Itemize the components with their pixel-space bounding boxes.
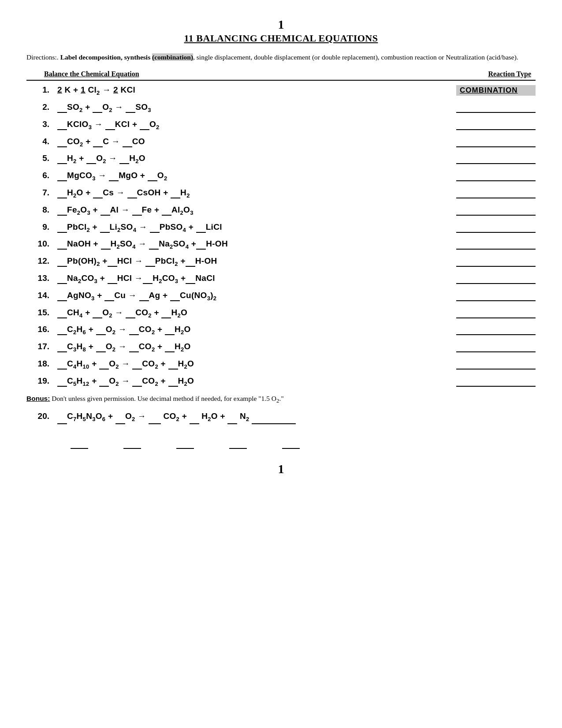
- bonus-blanks-row: [26, 431, 536, 449]
- eq-answer-5: [456, 153, 536, 164]
- eq-answer-13: [456, 273, 536, 284]
- eq-answer-3: [456, 119, 536, 130]
- equation-row-9: 9. PbCl2 + Li2SO4 → PbSO4 + LiCl: [26, 222, 536, 233]
- eq-formula-17: C3H8 + O2 → CO2 + H2O: [57, 342, 447, 353]
- eq-answer-17: [456, 342, 536, 352]
- equation-row-7: 7. H2O + Cs → CsOH + H2: [26, 188, 536, 199]
- equation-row-13: 13. Na2CO3 + HCl → H2CO3 + NaCl: [26, 273, 536, 284]
- eq-answer-8: [456, 205, 536, 216]
- eq-formula-2: SO2 + O2 → SO3: [57, 102, 447, 113]
- equation-row-17: 17. C3H8 + O2 → CO2 + H2O: [26, 342, 536, 353]
- eq-num-6: 6.: [26, 171, 49, 180]
- directions: Directions:. Label decomposition, synthe…: [26, 52, 536, 62]
- col-equation-header: Balance the Chemical Equation: [44, 70, 139, 78]
- eq-num-7: 7.: [26, 188, 49, 198]
- eq-num-8: 8.: [26, 205, 49, 215]
- eq-answer-19: [456, 376, 536, 387]
- eq-formula-15: CH4 + O2 → CO2 + H2O: [57, 308, 447, 319]
- eq-formula-8: Fe2O3 + Al → Fe + Al2O3: [57, 205, 447, 216]
- equation-row-5: 5. H2 + O2 → H2O: [26, 153, 536, 164]
- col-reaction-header: Reaction Type: [488, 70, 531, 78]
- equation-row-12: 12. Pb(OH)2 + HCl → PbCl2 + H-OH: [26, 256, 536, 267]
- eq-formula-3: KClO3 → KCl + O2: [57, 119, 447, 131]
- equation-row-1: 1. 2 K + 1 Cl2 → 2 KCl COMBINATION: [26, 85, 536, 96]
- eq-num-13: 13.: [26, 273, 49, 283]
- equation-row-2: 2. SO2 + O2 → SO3: [26, 102, 536, 113]
- eq-answer-7: [456, 188, 536, 198]
- eq-num-14: 14.: [26, 291, 49, 300]
- eq-answer-6: [456, 171, 536, 181]
- equation-row-16: 16. C2H6 + O2 → CO2 + H2O: [26, 325, 536, 336]
- eq-num-5: 5.: [26, 153, 49, 163]
- equation-row-3: 3. KClO3 → KCl + O2: [26, 119, 536, 131]
- eq-answer-4: [456, 137, 536, 147]
- eq-num-12: 12.: [26, 256, 49, 266]
- eq-formula-10: NaOH + H2SO4 → Na2SO4 + H-OH: [57, 239, 447, 250]
- eq-formula-14: AgNO3 + Cu → Ag + Cu(NO3)2: [57, 291, 447, 302]
- bonus-text: Don't unless given permission. Use decim…: [52, 395, 283, 402]
- page-number-bottom: 1: [26, 462, 536, 476]
- eq-answer-10: [456, 239, 536, 250]
- eq-answer-12: [456, 256, 536, 267]
- eq-answer-1: COMBINATION: [456, 85, 536, 96]
- eq-formula-5: H2 + O2 → H2O: [57, 153, 447, 164]
- eq-formula-19: C5H12 + O2 → CO2 + H2O: [57, 376, 447, 387]
- eq-formula-9: PbCl2 + Li2SO4 → PbSO4 + LiCl: [57, 222, 447, 233]
- equation-row-18: 18. C4H10 + O2 → CO2 + H2O: [26, 359, 536, 370]
- equation-row-14: 14. AgNO3 + Cu → Ag + Cu(NO3)2: [26, 291, 536, 302]
- column-headers: Balance the Chemical Equation Reaction T…: [26, 70, 536, 81]
- equation-row-4: 4. CO2 + C → CO: [26, 137, 536, 148]
- equation-row-15: 15. CH4 + O2 → CO2 + H2O: [26, 308, 536, 319]
- eq-formula-13: Na2CO3 + HCl → H2CO3 + NaCl: [57, 273, 447, 284]
- bonus-eq-formula: C7H5N3O6 + O2 → CO2 + H2O + N2: [57, 410, 536, 424]
- eq-formula-16: C2H6 + O2 → CO2 + H2O: [57, 325, 447, 336]
- eq-answer-18: [456, 359, 536, 370]
- eq-answer-16: [456, 325, 536, 335]
- eq-num-16: 16.: [26, 325, 49, 334]
- eq-num-15: 15.: [26, 308, 49, 317]
- eq-num-3: 3.: [26, 119, 49, 129]
- eq-answer-2: [456, 102, 536, 113]
- bonus-blank-5: [282, 431, 300, 449]
- eq-formula-6: MgCO3 → MgO + O2: [57, 171, 447, 182]
- eq-answer-9: [456, 222, 536, 233]
- equation-row-8: 8. Fe2O3 + Al → Fe + Al2O3: [26, 205, 536, 216]
- bonus-eq-num: 20.: [26, 410, 49, 423]
- eq-formula-4: CO2 + C → CO: [57, 137, 447, 148]
- bonus-blank-4: [229, 431, 247, 449]
- eq-num-10: 10.: [26, 239, 49, 249]
- eq-formula-12: Pb(OH)2 + HCl → PbCl2 + H-OH: [57, 256, 447, 267]
- page-number-top: 1: [26, 18, 536, 32]
- eq-answer-15: [456, 308, 536, 318]
- eq-formula-7: H2O + Cs → CsOH + H2: [57, 188, 447, 199]
- equation-row-19: 19. C5H12 + O2 → CO2 + H2O: [26, 376, 536, 387]
- page-title: 11 BALANCING CHEMICAL EQUATIONS: [26, 33, 536, 44]
- equation-row-10: 10. NaOH + H2SO4 → Na2SO4 + H-OH: [26, 239, 536, 250]
- eq-num-9: 9.: [26, 222, 49, 232]
- bonus-blank-3: [176, 431, 194, 449]
- bonus-equation-row: 20. C7H5N3O6 + O2 → CO2 + H2O + N2: [26, 410, 536, 424]
- eq-num-4: 4.: [26, 137, 49, 146]
- equation-row-6: 6. MgCO3 → MgO + O2: [26, 171, 536, 182]
- eq-num-17: 17.: [26, 342, 49, 351]
- bonus-blank-1: [71, 431, 88, 449]
- equations-list: 1. 2 K + 1 Cl2 → 2 KCl COMBINATION 2. SO…: [26, 85, 536, 387]
- bonus-section: Bonus: Don't unless given permission. Us…: [26, 393, 536, 449]
- eq-formula-18: C4H10 + O2 → CO2 + H2O: [57, 359, 447, 370]
- bonus-label: Bonus:: [26, 395, 50, 402]
- eq-formula-1: 2 K + 1 Cl2 → 2 KCl: [57, 85, 447, 96]
- bonus-blank-2: [123, 431, 141, 449]
- eq-num-2: 2.: [26, 102, 49, 112]
- eq-answer-14: [456, 291, 536, 301]
- eq-num-18: 18.: [26, 359, 49, 369]
- eq-num-1: 1.: [26, 85, 49, 95]
- eq-num-19: 19.: [26, 376, 49, 386]
